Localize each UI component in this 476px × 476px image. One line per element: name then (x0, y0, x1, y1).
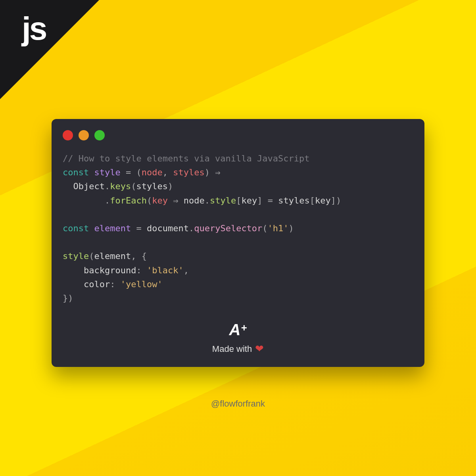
tk: styles (173, 167, 204, 177)
tk: = (262, 196, 278, 205)
tk: . (105, 181, 110, 191)
code-block: // How to style elements via vanilla Jav… (63, 152, 413, 305)
tk: element (94, 223, 131, 233)
tk: ) (336, 196, 341, 205)
tk: ( (147, 196, 152, 205)
tk: key (241, 196, 257, 205)
tk: style (94, 167, 120, 177)
tk: ⇒ (168, 196, 184, 205)
tk: . (189, 223, 194, 233)
tk: ( (262, 223, 267, 233)
tk: : (136, 265, 147, 275)
tk: const (63, 223, 89, 233)
aplus-logo: A + (229, 321, 247, 339)
tk: ) (68, 293, 73, 303)
window-footer: A + Made with ❤ (63, 321, 413, 355)
logo-plus: + (241, 322, 247, 334)
attribution-handle: @flowforfrank (0, 399, 476, 409)
tk: style (210, 196, 236, 205)
tk: 'black' (147, 265, 184, 275)
tk: . (105, 196, 110, 205)
tk: background (84, 265, 136, 275)
tk: , (131, 251, 142, 261)
tk: ⇒ (210, 167, 221, 177)
tk: key (315, 196, 331, 205)
tk: styles (278, 196, 309, 205)
tk: node (184, 196, 205, 205)
tk: ) (289, 223, 294, 233)
tk: , (163, 167, 173, 177)
tk: 'yellow' (121, 279, 163, 289)
tk: { (142, 251, 147, 261)
tk: keys (110, 181, 131, 191)
tk: forEach (110, 196, 147, 205)
js-badge: js (22, 10, 46, 47)
tk: element (94, 251, 131, 261)
tk (63, 181, 73, 191)
tk: Object (73, 181, 105, 191)
heart-icon: ❤ (255, 343, 264, 355)
tk: document (147, 223, 189, 233)
code-window: // How to style elements via vanilla Jav… (52, 119, 424, 367)
tk: ) (205, 167, 210, 177)
made-with-label: Made with ❤ (212, 343, 264, 355)
tk: styles (136, 181, 167, 191)
corner-triangle (0, 0, 99, 99)
tk: = (131, 223, 147, 233)
tk (63, 196, 105, 205)
tk: style (63, 251, 89, 261)
tk: ( (136, 167, 141, 177)
traffic-lights (63, 130, 413, 140)
made-with-text: Made with (212, 344, 252, 354)
close-icon[interactable] (63, 130, 73, 140)
tk: } (63, 293, 68, 303)
tk: key (152, 196, 168, 205)
minimize-icon[interactable] (79, 130, 89, 140)
tk: , (184, 265, 189, 275)
tk: ] (331, 196, 336, 205)
tk: ] (257, 196, 262, 205)
tk: = (121, 167, 136, 177)
logo-a: A (229, 321, 240, 339)
tk: [ (310, 196, 315, 205)
tk (63, 279, 84, 289)
tk: ( (131, 181, 136, 191)
tk: ) (168, 181, 173, 191)
tk: . (205, 196, 210, 205)
tk: color (84, 279, 110, 289)
tk: [ (236, 196, 241, 205)
tk: ( (89, 251, 94, 261)
code-comment: // How to style elements via vanilla Jav… (63, 154, 310, 163)
tk: 'h1' (268, 223, 289, 233)
tk (63, 265, 84, 275)
tk: : (110, 279, 121, 289)
maximize-icon[interactable] (94, 130, 105, 140)
tk: querySelector (194, 223, 262, 233)
tk: const (63, 167, 89, 177)
tk: node (142, 167, 163, 177)
